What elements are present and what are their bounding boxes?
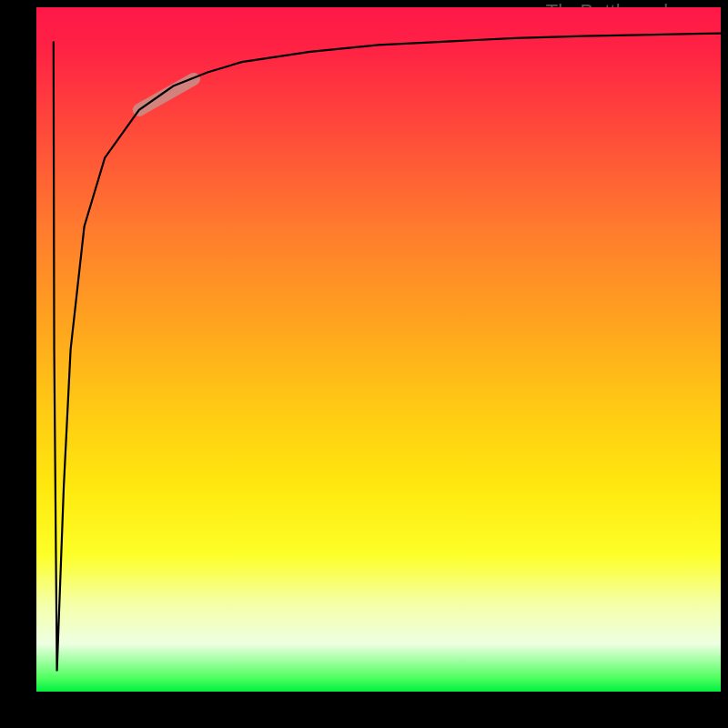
curve-path: [54, 34, 721, 672]
plot-area: [36, 7, 721, 692]
chart-container: TheBottleneck.com: [0, 0, 728, 728]
curve-svg: [36, 7, 721, 692]
